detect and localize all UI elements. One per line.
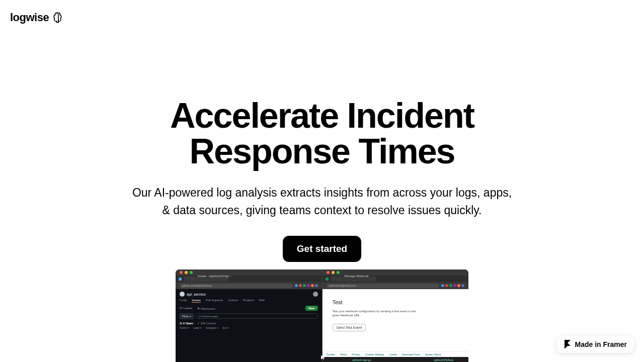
pagerduty-body: Test Test your webhook configuration by …: [323, 289, 469, 362]
preview-pane-pagerduty: Manage Webhook saleszen.pagerduty.com… T…: [323, 269, 469, 362]
repo-tabs: Code Issues Pull requests Actions Projec…: [180, 299, 318, 303]
browser-tab-title: Issues · logwise101/api…: [198, 275, 232, 278]
repo-tab-actions: Actions: [228, 299, 238, 303]
footer-link: Cookies Settings: [365, 353, 384, 356]
extension-icons: [441, 284, 464, 287]
terminal-lang-label: python3 (Python): [434, 358, 453, 361]
extension-icon: [299, 284, 302, 287]
traffic-close-icon: [327, 271, 330, 274]
extension-icon: [449, 284, 452, 287]
extension-icon: [311, 284, 314, 287]
footer-link: Contact: [327, 353, 335, 356]
filters-button: Filters ▾: [180, 313, 194, 319]
card-title: Test: [333, 299, 453, 305]
closed-count: ✓ 245 Closed: [197, 321, 216, 325]
traffic-minimize-icon: [185, 271, 188, 274]
tab-favicon-icon: [179, 278, 182, 281]
hero-title: Accelerate Incident Response Times: [96, 98, 548, 170]
open-count: ⊙ 0 Open: [180, 321, 193, 325]
footer-link: Terms: [340, 353, 347, 356]
extension-icon: [295, 284, 298, 287]
sort-options: Author ▾ Label ▾ Assignee ▾ Sort ▾: [180, 326, 318, 329]
sort-author: Author ▾: [180, 326, 189, 329]
cursor-icon: [320, 355, 326, 360]
repo-tab-issues: Issues: [192, 299, 200, 303]
github-issues-body: api_service Code Issues Pull requests Ac…: [176, 289, 322, 362]
extension-icon: [461, 284, 464, 287]
hero-section: Accelerate Incident Response Times Our A…: [96, 98, 548, 262]
traffic-zoom-icon: [337, 271, 340, 274]
framer-badge-text: Made in Framer: [575, 340, 627, 348]
repo-name: api_service: [187, 293, 206, 296]
terminal-strip: python3 main.py python3 (Python): [323, 357, 469, 362]
extension-icon: [441, 284, 444, 287]
new-issue-button: New: [305, 306, 317, 311]
framer-icon: [564, 340, 571, 349]
send-test-event-button: Send Test Event: [333, 324, 366, 331]
browser-urlbar: saleszen.pagerduty.com…: [323, 282, 469, 289]
labels-link: 🏷 Labels: [180, 307, 192, 310]
brain-icon: [52, 11, 65, 24]
hero-subtitle: Our AI-powered log analysis extracts ins…: [131, 184, 513, 220]
browser-urlbar: github.com/logwise101/api…: [176, 282, 322, 289]
browser-tabbar: Manage Webhook: [323, 276, 469, 282]
extension-icon: [457, 284, 460, 287]
sort-sort: Sort ▾: [222, 326, 229, 329]
footer-link: Developer Docs: [402, 353, 420, 356]
terminal-file-label: python3 main.py: [353, 358, 371, 361]
url-field: github.com/logwise101/api…: [180, 284, 293, 288]
github-icon: [180, 292, 185, 297]
pagerduty-footer-links: Contact Terms Privacy Cookies Settings C…: [323, 351, 469, 357]
framer-badge[interactable]: Made in Framer: [557, 336, 634, 353]
tab-favicon-icon: [326, 278, 329, 281]
footer-link: Credits: [389, 353, 397, 356]
milestones-link: ⚑ Milestones: [197, 307, 215, 310]
extension-icon: [307, 284, 310, 287]
url-field: saleszen.pagerduty.com…: [327, 284, 440, 288]
extension-icon: [445, 284, 448, 287]
repo-tab-code: Code: [180, 299, 187, 303]
brand-text[interactable]: logwise: [10, 11, 49, 24]
repo-tab-prs: Pull requests: [206, 299, 223, 303]
extension-icon: [453, 284, 456, 287]
footer-link: Privacy: [352, 353, 360, 356]
footer-link: System Status: [425, 353, 441, 356]
webhook-test-card: Test Test your webhook configuration by …: [330, 296, 456, 334]
repo-tab-projects: Projects: [243, 299, 254, 303]
traffic-minimize-icon: [332, 271, 335, 274]
traffic-close-icon: [180, 271, 183, 274]
get-started-button[interactable]: Get started: [283, 236, 361, 262]
site-header: logwise: [10, 11, 65, 24]
card-description: Test your webhook configuration by sendi…: [333, 309, 418, 318]
issues-search-field: ⊙ is:issue is:open: [196, 313, 317, 319]
repo-tab-wiki: Wiki: [259, 299, 265, 303]
extension-icon: [315, 284, 318, 287]
browser-tabbar: Issues · logwise101/api…: [176, 276, 322, 282]
sort-assignee: Assignee ▾: [206, 326, 218, 329]
product-preview: Issues · logwise101/api… github.com/logw…: [176, 269, 468, 362]
extension-icon: [303, 284, 306, 287]
browser-tab-title: Manage Webhook: [345, 275, 369, 278]
avatar: [313, 292, 318, 297]
extension-icons: [295, 284, 318, 287]
sort-label: Label ▾: [193, 326, 202, 329]
preview-pane-github: Issues · logwise101/api… github.com/logw…: [176, 269, 323, 362]
traffic-zoom-icon: [190, 271, 193, 274]
